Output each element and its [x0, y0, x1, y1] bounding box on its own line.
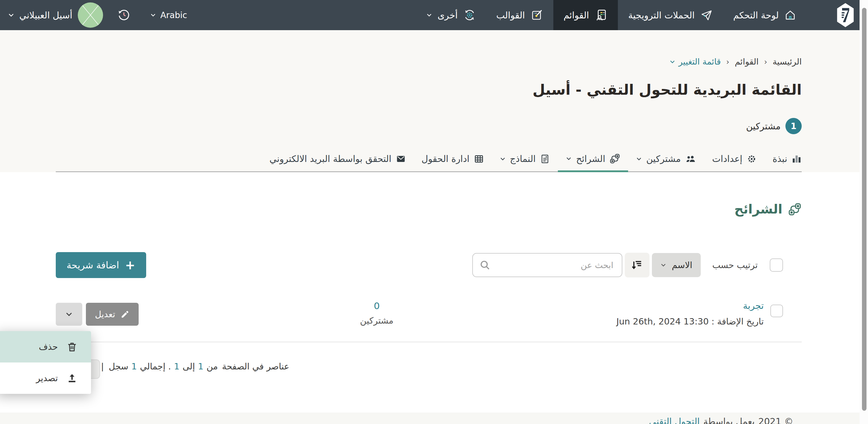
- sync-gear-icon: [463, 9, 476, 22]
- search-icon: [479, 259, 491, 271]
- envelope-icon: [396, 154, 406, 164]
- row-actions: تعديل: [56, 303, 138, 326]
- chevron-down-icon: [500, 156, 506, 162]
- tab-subscribers[interactable]: مشتركين: [628, 153, 704, 171]
- nav-item-label: القوائم: [564, 10, 589, 21]
- chevron-down-icon: [636, 156, 642, 162]
- brand-logo-icon: [835, 2, 855, 28]
- history-button[interactable]: [117, 8, 131, 22]
- sort-direction-button[interactable]: [625, 253, 650, 277]
- nav-item-templates[interactable]: القوالب: [486, 0, 553, 30]
- breadcrumb-lists[interactable]: القوائم: [735, 57, 758, 67]
- breadcrumb-home[interactable]: الرئيسية: [773, 57, 802, 67]
- chevron-down-icon: [8, 12, 14, 19]
- paper-plane-icon: [700, 9, 713, 22]
- menu-item-delete[interactable]: حذف: [0, 331, 91, 362]
- search-input[interactable]: [472, 253, 622, 277]
- subscriber-count-badge: 1: [785, 118, 802, 134]
- tab-settings[interactable]: إعدادات: [704, 153, 765, 171]
- tab-overview[interactable]: نبذة: [765, 153, 802, 171]
- segments-page: { "navbar": { "user_name": "أسيل العبيلا…: [0, 0, 868, 424]
- scrollbar-thumb[interactable]: [862, 8, 867, 411]
- segments-panel: الشرائح ترتيب حسب الاسم +: [0, 172, 868, 376]
- avatar[interactable]: [78, 2, 103, 28]
- user-name: أسيل العبيلاني: [19, 10, 72, 21]
- tab-manage-fields[interactable]: ادارة الحقول: [414, 153, 492, 171]
- language-selector[interactable]: Arabic: [150, 0, 187, 30]
- chevron-down-icon: [65, 310, 73, 318]
- language-label: Arabic: [160, 10, 187, 20]
- nav-item-label: القوالب: [496, 10, 525, 21]
- chevron-down-icon: [150, 12, 156, 18]
- subscriber-badge-row: 1 مشتركين: [56, 118, 802, 134]
- page-info-text: من: [207, 361, 218, 371]
- tab-label: مشتركين: [646, 153, 681, 164]
- clock-history-icon: [117, 8, 131, 22]
- page-info-number: 1: [174, 361, 179, 371]
- page-title: القائمة البريدية للتحول التقني - أسيل: [56, 81, 802, 98]
- menu-item-export[interactable]: تصدير: [0, 362, 91, 394]
- sort-field-dropdown[interactable]: الاسم: [652, 253, 701, 277]
- section-title: الشرائح: [735, 202, 782, 216]
- top-navbar: لوحة التحكم الحملات الترويجية القوائم: [0, 0, 868, 30]
- nav-item-campaigns[interactable]: الحملات الترويجية: [618, 0, 723, 30]
- sort-amount-icon: [631, 259, 643, 271]
- tab-label: التحقق بواسطة البريد الالكتروني: [270, 153, 392, 164]
- trash-icon: [66, 341, 78, 353]
- tab-label: نبذة: [772, 153, 787, 164]
- nav-item-dashboard[interactable]: لوحة التحكم: [723, 0, 807, 30]
- menu-item-label: تصدير: [36, 373, 58, 383]
- row-checkbox[interactable]: [770, 305, 783, 317]
- nav-item-other[interactable]: أخرى: [416, 0, 486, 30]
- segments-icon: [788, 202, 802, 216]
- footer-brand-link[interactable]: التحول التقني: [649, 416, 700, 424]
- nav-item-label: لوحة التحكم: [733, 10, 779, 21]
- tab-segments[interactable]: الشرائح: [558, 153, 628, 171]
- brand-logo[interactable]: [835, 2, 855, 28]
- templates-brush-icon: [530, 9, 543, 22]
- nav-item-label: أخرى: [438, 10, 458, 21]
- nav-item-lists[interactable]: القوائم: [553, 0, 618, 30]
- navbar-spacer: [187, 0, 416, 30]
- powered-by-text: يعمل بواسطة: [704, 416, 755, 424]
- count-label: مشتركين: [344, 315, 410, 326]
- row-more-dropdown-button[interactable]: [56, 303, 82, 326]
- chevron-down-icon: [566, 156, 572, 162]
- sort-field-value: الاسم: [672, 260, 692, 270]
- subscriber-badge-label: مشتركين: [746, 121, 781, 131]
- add-segment-button[interactable]: + اضافة شريحة: [56, 252, 146, 278]
- vertical-scrollbar: [860, 0, 868, 424]
- segment-subscriber-count: 0 مشتركين: [344, 300, 410, 326]
- tab-label: النماذج: [510, 153, 536, 164]
- edit-button[interactable]: تعديل: [86, 303, 138, 326]
- breadcrumb-current-dropdown[interactable]: قائمة التغيير: [670, 57, 721, 67]
- tab-email-verification[interactable]: التحقق بواسطة البريد الالكتروني: [261, 153, 414, 171]
- items-per-page-label: عناصر في الصفحة: [222, 361, 289, 371]
- page-info-number: 1: [198, 361, 204, 371]
- page-info-text: إلى: [183, 361, 195, 371]
- edit-label: تعديل: [95, 309, 115, 320]
- lists-subscribers-icon: [594, 8, 608, 22]
- page-footer: © 2021 يعمل بواسطة التحول التقني: [0, 413, 860, 424]
- users-icon: [685, 154, 696, 164]
- form-icon: [540, 154, 550, 164]
- chevron-down-icon: [660, 262, 666, 268]
- segment-name-link[interactable]: تجربة: [616, 300, 764, 311]
- segment-added-date: تاريخ الإضافة : Jun 26th, 2024 13:30: [616, 316, 764, 327]
- bar-chart-icon: [792, 154, 802, 164]
- row-actions-menu: حذف تصدير: [0, 331, 91, 394]
- home-icon: [784, 9, 796, 21]
- page-info: من 1 إلى 1 . إجمالي 1 سجل |: [101, 361, 218, 371]
- list-tabs: نبذة إعدادات مشتركين: [56, 153, 802, 172]
- page-info-text: . إجمالي: [140, 361, 171, 371]
- breadcrumb: الرئيسية ‹ القوائم ‹ قائمة التغيير: [56, 30, 802, 67]
- toolbar: ترتيب حسب الاسم + اضافة شريحة: [56, 252, 802, 278]
- gear-icon: [747, 154, 757, 164]
- chevron-down-icon: [426, 12, 432, 18]
- user-menu[interactable]: أسيل العبيلاني: [8, 0, 72, 30]
- select-all-checkbox[interactable]: [770, 259, 783, 272]
- page-info-text: سجل: [109, 361, 128, 371]
- count-value: 0: [344, 300, 410, 311]
- tab-forms[interactable]: النماذج: [492, 153, 558, 171]
- search-box: [472, 253, 622, 277]
